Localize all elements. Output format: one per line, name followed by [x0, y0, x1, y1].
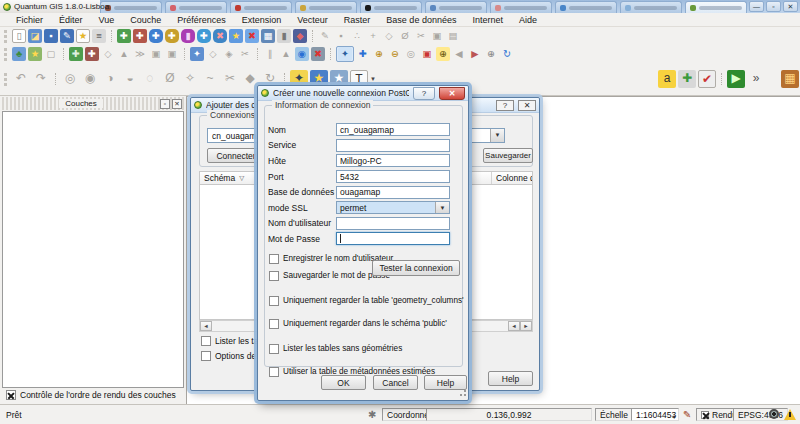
field-input-nom[interactable]: cn_ouagamap	[336, 123, 450, 136]
dialog-help-icon[interactable]: ?	[413, 87, 435, 100]
toolbar-grip[interactable]	[4, 73, 7, 86]
capture-point-icon[interactable]: ∴	[350, 29, 364, 43]
export-map-icon[interactable]: ◆	[293, 29, 307, 43]
projection-icon[interactable]	[769, 409, 779, 419]
edit-scale-icon[interactable]: ✎	[683, 408, 691, 421]
menu-vecteur[interactable]: Vecteur	[289, 15, 336, 25]
zoom-native-icon[interactable]: ◎	[404, 47, 418, 61]
browser-tab[interactable]	[555, 1, 617, 13]
add-ring-icon[interactable]: ◉	[81, 70, 99, 88]
dialog-help-icon[interactable]: ?	[496, 100, 514, 111]
float-panel-icon[interactable]: ▫	[160, 99, 170, 109]
cancel-button[interactable]: Cancel	[373, 375, 418, 390]
add-postgis-layer-icon[interactable]: ✚	[149, 29, 163, 43]
redo-icon[interactable]: ↷	[32, 70, 50, 88]
menu-aide[interactable]: Aide	[511, 15, 545, 25]
field-input-hote[interactable]: Millogo-PC	[336, 154, 450, 167]
chevron-down-icon[interactable]: ▼	[490, 129, 504, 142]
python-console-icon[interactable]: ▶	[727, 70, 745, 88]
crs-status[interactable]: EPSG:4326	[733, 408, 788, 421]
pan-map-icon[interactable]: ✦	[336, 46, 354, 62]
copy-features-icon[interactable]: ▣	[430, 29, 444, 43]
browser-tab[interactable]	[425, 1, 487, 13]
search-options-checkbox[interactable]	[201, 351, 211, 361]
add-mssql-layer-icon[interactable]: ▮	[181, 29, 195, 43]
zoom-out-icon[interactable]: ⊖	[388, 47, 402, 61]
save-project-icon[interactable]: ▪	[44, 29, 58, 43]
attribute-table-icon[interactable]: ▦	[261, 29, 275, 43]
resize-grip[interactable]	[458, 390, 466, 398]
new-shapefile-icon[interactable]: ★	[229, 29, 243, 43]
image-frame-icon[interactable]: ▣	[149, 47, 163, 61]
paste-features-icon[interactable]: ▤	[446, 29, 460, 43]
add-map-red-icon[interactable]: ✚	[85, 47, 99, 61]
open-project-icon[interactable]: ◪	[28, 29, 42, 43]
image-frame-alt-icon[interactable]: ▣	[165, 47, 179, 61]
layers-panel-content[interactable]	[2, 111, 184, 388]
split-features-icon[interactable]: ✂	[221, 70, 239, 88]
menu-couche[interactable]: Couche	[122, 15, 169, 25]
checkbox-lister-les-tables-sans-geometries[interactable]	[269, 344, 279, 354]
remove-layer-icon[interactable]: ✖	[245, 29, 259, 43]
print-icon[interactable]: ≡	[92, 29, 106, 43]
help-button[interactable]: Help	[424, 375, 467, 390]
checkbox-utiliser-la-table-de-metadonnees-estimees[interactable]	[269, 367, 279, 377]
add-part-icon[interactable]: ◑	[101, 70, 119, 88]
add-wfs-layer-icon[interactable]: ✖	[213, 29, 227, 43]
list-tables-checkbox[interactable]	[201, 336, 211, 346]
offset-curve-icon[interactable]: ~	[201, 70, 219, 88]
chevron-down-icon[interactable]: ▼	[370, 76, 376, 82]
close-panel-icon[interactable]: ✕	[172, 99, 182, 109]
dialog-close-icon[interactable]: ✕	[518, 100, 536, 111]
star-plant-icon[interactable]: ★	[28, 47, 42, 61]
html-annotation-icon[interactable]: ▦	[781, 70, 799, 88]
camera-pair-icon[interactable]: ▢	[44, 47, 58, 61]
field-input-nom-d-utilisateur[interactable]	[336, 217, 450, 230]
field-input-service[interactable]	[336, 139, 450, 152]
scale-combo[interactable]: 1:1604453 ▼	[631, 408, 679, 421]
browser-tab[interactable]	[620, 1, 682, 13]
plant-layer-icon[interactable]: ♣	[12, 47, 26, 61]
checkbox-uniquement-regarder-dans-le-schema-public[interactable]	[269, 319, 279, 329]
zoom-next-icon[interactable]: ▶	[468, 47, 482, 61]
labeling-icon[interactable]: a	[658, 70, 676, 88]
save-edits-icon[interactable]: ▪	[334, 29, 348, 43]
refresh-icon[interactable]: ↻	[500, 47, 514, 61]
grid-error-icon[interactable]: ✖	[311, 47, 325, 61]
scroll-prev-icon[interactable]: ◄	[508, 321, 520, 331]
menu-extension[interactable]: Extension	[234, 15, 290, 25]
double-arrow-icon[interactable]: ≫	[133, 47, 147, 61]
tag-alt-icon[interactable]: ◈	[222, 47, 236, 61]
browser-tab[interactable]	[230, 1, 292, 13]
cut-features-icon[interactable]: ✂	[414, 29, 428, 43]
delete-ring-icon[interactable]: ◌	[141, 70, 159, 88]
delete-selected-icon[interactable]: Ø	[398, 29, 412, 43]
zoom-last-icon[interactable]: ◀	[452, 47, 466, 61]
browser-tab[interactable]	[100, 1, 162, 13]
browser-tab[interactable]	[165, 1, 227, 13]
new-project-icon[interactable]: ▯	[12, 29, 26, 43]
field-input-port[interactable]: 5432	[336, 170, 450, 183]
column-geometry[interactable]: Colonne de géométrie	[492, 172, 532, 184]
pan-to-selection-icon[interactable]: ✚	[356, 47, 370, 61]
undo-icon[interactable]: ↶	[12, 70, 30, 88]
add-vector-layer-icon[interactable]: ✚	[117, 29, 131, 43]
field-input-base-de-donnees[interactable]: ouagamap	[336, 186, 450, 199]
pin-figure-icon[interactable]: ✂	[238, 47, 252, 61]
globe-tool-icon[interactable]: ◉	[295, 47, 309, 61]
gps-tools-icon[interactable]: ▮	[277, 29, 291, 43]
chevron-down-icon[interactable]: ▼	[435, 202, 449, 213]
menu-fichier[interactable]: Fichier	[8, 15, 51, 25]
tag-icon[interactable]: ◇	[206, 47, 220, 61]
browser-tab[interactable]	[685, 1, 747, 13]
node-tool-icon[interactable]: ◇	[382, 29, 396, 43]
menu-internet[interactable]: Internet	[464, 15, 511, 25]
zoom-in-icon[interactable]: ⊕	[372, 47, 386, 61]
checkbox-uniquement-regarder-la-table-geometry-columns[interactable]	[269, 296, 279, 306]
test-connection-button[interactable]: Tester la connexion	[372, 260, 460, 276]
save-connection-button[interactable]: Sauvegarder	[483, 148, 533, 163]
browser-tab[interactable]	[295, 1, 357, 13]
minimize-icon[interactable]: —	[749, 1, 764, 12]
move-feature-icon[interactable]: +	[366, 29, 380, 43]
fill-ring-icon[interactable]: ◒	[121, 70, 139, 88]
